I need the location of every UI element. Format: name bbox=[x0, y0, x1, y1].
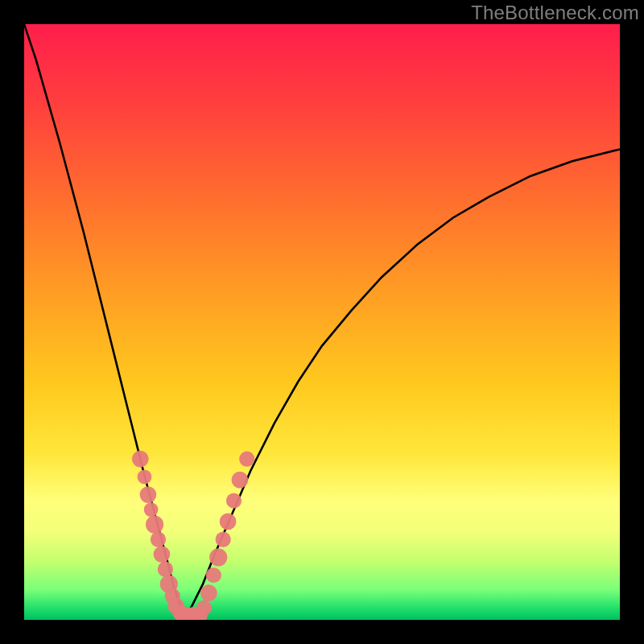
scatter-dot bbox=[154, 546, 171, 563]
scatter-dot bbox=[216, 531, 231, 547]
scatter-dot bbox=[220, 514, 237, 530]
scatter-dot bbox=[144, 502, 159, 517]
scatter-layer bbox=[24, 24, 620, 620]
scatter-dot bbox=[138, 470, 152, 485]
scatter-dot bbox=[196, 601, 212, 616]
scatter-dot bbox=[226, 493, 242, 508]
scatter-dot bbox=[239, 452, 254, 467]
scatter-dot bbox=[146, 516, 163, 534]
scatter-dot bbox=[158, 561, 173, 576]
scatter-dot bbox=[200, 584, 217, 601]
chart-frame: TheBottleneck.com bbox=[0, 0, 644, 644]
scatter-dot bbox=[132, 451, 149, 468]
scatter-dot bbox=[209, 548, 227, 566]
scatter-dot bbox=[232, 472, 249, 489]
scatter-points bbox=[132, 451, 254, 620]
scatter-dot bbox=[140, 486, 157, 503]
watermark-text: TheBottleneck.com bbox=[471, 2, 639, 24]
plot-area bbox=[24, 24, 620, 620]
scatter-dot bbox=[206, 568, 221, 583]
scatter-dot bbox=[151, 531, 166, 547]
